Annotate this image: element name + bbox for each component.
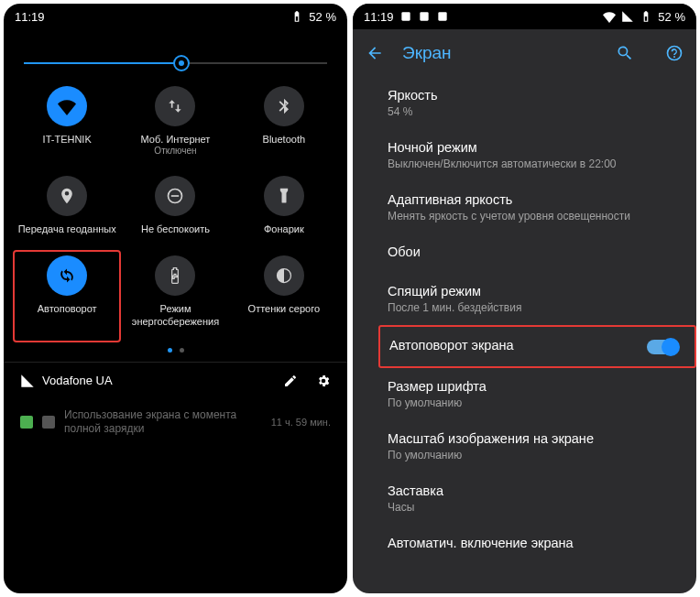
display-settings-screen: 11:19 52 % Экран Яркость 54 % Ночной реж…	[353, 4, 696, 593]
battery-notification[interactable]: Использование экрана с момента полной за…	[4, 399, 347, 450]
tile-flashlight[interactable]: Фонарик	[230, 170, 338, 250]
setting-wallpaper[interactable]: Обои	[388, 233, 696, 273]
status-bar: 11:19 52 %	[4, 4, 347, 29]
clock: 11:19	[15, 10, 45, 24]
tile-bluetooth[interactable]: Bluetooth	[230, 81, 338, 170]
evernote-icon	[20, 416, 33, 429]
page-title: Экран	[402, 43, 597, 63]
autorotate-icon	[47, 255, 87, 296]
bluetooth-icon	[264, 86, 304, 126]
brightness-slider[interactable]	[4, 29, 347, 81]
wifi-icon	[603, 10, 616, 23]
qs-footer: Vodafone UA	[4, 362, 347, 399]
svg-rect-3	[401, 12, 410, 20]
svg-rect-5	[438, 12, 446, 20]
qs-tiles-grid: IT-TEHNIK Моб. Интернет Отключен Bluetoo…	[4, 81, 347, 342]
battery-pct: 52 %	[309, 10, 336, 24]
setting-autorotate[interactable]: Автоповорот экрана	[378, 325, 696, 368]
data-icon	[155, 86, 195, 126]
signal-icon	[621, 10, 634, 23]
flashlight-icon	[264, 176, 304, 216]
back-icon[interactable]	[366, 44, 384, 62]
clock: 11:19	[364, 10, 394, 24]
tile-battery-saver[interactable]: Режим энергосбережения	[121, 250, 229, 342]
location-icon	[47, 176, 87, 216]
tile-dnd[interactable]: Не беспокоить	[121, 170, 229, 250]
quick-settings-panel: 11:19 52 % IT-TEHNIK Моб. Интернет Отклю…	[4, 4, 347, 593]
tile-autorotate[interactable]: Автоповорот	[13, 250, 121, 342]
dot-1	[168, 348, 172, 353]
evernote-icon	[418, 10, 431, 23]
autorotate-toggle[interactable]	[647, 340, 678, 354]
notif-time: 11 ч. 59 мин.	[271, 416, 331, 429]
setting-brightness[interactable]: Яркость 54 %	[388, 77, 696, 129]
status-bar: 11:19 52 %	[353, 4, 696, 29]
setting-font-size[interactable]: Размер шрифта По умолчанию	[388, 368, 696, 420]
grayscale-icon	[264, 255, 304, 296]
signal-icon	[20, 374, 35, 388]
app-icon-1	[399, 10, 412, 23]
edit-icon[interactable]	[283, 374, 298, 388]
tile-wifi[interactable]: IT-TEHNIK	[13, 81, 121, 170]
tile-grayscale[interactable]: Оттенки серого	[230, 250, 338, 342]
dot-2	[180, 348, 184, 353]
battery-pct: 52 %	[658, 10, 685, 24]
app-icon	[42, 416, 55, 429]
svg-rect-1	[171, 195, 179, 197]
help-icon[interactable]	[665, 44, 684, 62]
page-indicator	[4, 342, 347, 362]
tile-mobile-data[interactable]: Моб. Интернет Отключен	[121, 81, 229, 170]
setting-sleep[interactable]: Спящий режим После 1 мин. бездействия	[388, 273, 696, 325]
settings-list[interactable]: Яркость 54 % Ночной режим Выключен/Включ…	[353, 77, 696, 593]
wifi-icon	[47, 86, 87, 126]
battery-saver-icon	[155, 255, 195, 296]
search-icon[interactable]	[616, 44, 634, 62]
svg-rect-4	[420, 12, 428, 20]
svg-point-6	[668, 47, 682, 60]
app-icon-2	[436, 10, 449, 23]
battery-icon	[640, 10, 652, 23]
dnd-icon	[155, 176, 195, 216]
setting-display-size[interactable]: Масштаб изображения на экране По умолчан…	[388, 420, 696, 472]
brightness-thumb[interactable]	[173, 55, 190, 71]
setting-screensaver[interactable]: Заставка Часы	[388, 472, 696, 525]
tile-location[interactable]: Передача геоданных	[13, 170, 121, 250]
setting-adaptive-brightness[interactable]: Адаптивная яркость Менять яркость с учет…	[388, 181, 696, 233]
battery-icon	[290, 10, 303, 23]
setting-ambient[interactable]: Автоматич. включение экрана	[388, 525, 696, 557]
status-icons: 52 %	[290, 10, 336, 24]
carrier-name: Vodafone UA	[42, 374, 113, 387]
appbar: Экран	[353, 29, 696, 77]
setting-night-mode[interactable]: Ночной режим Выключен/Включится автомати…	[388, 129, 696, 181]
settings-icon[interactable]	[316, 374, 331, 388]
